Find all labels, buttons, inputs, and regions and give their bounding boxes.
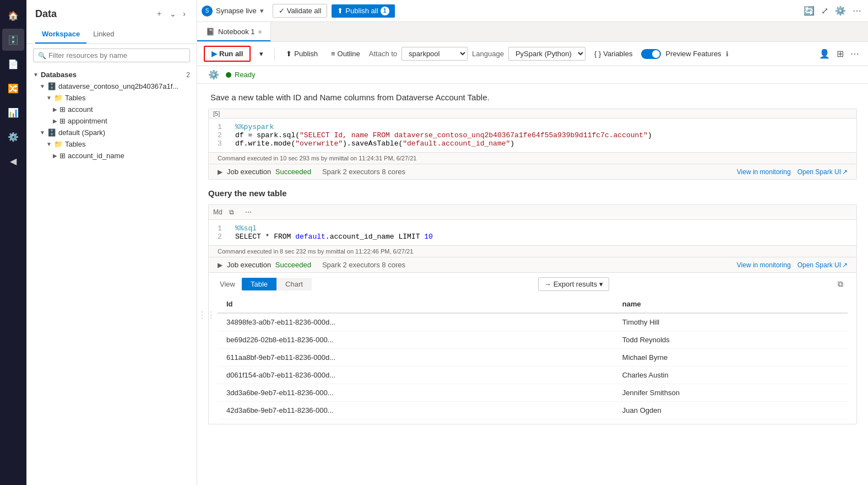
notebook-tabs: 📓 Notebook 1 [197, 22, 868, 42]
publish-button[interactable]: ⬆ Publish [281, 47, 322, 60]
chart-tab-button[interactable]: Chart [276, 278, 312, 290]
open-spark-ui-link-2[interactable]: Open Spark UI ↗ [798, 261, 848, 269]
more-options-button[interactable]: ⋯ [850, 3, 864, 18]
publish-badge: 1 [381, 7, 389, 15]
code-cell-1-header: [5] [209, 109, 856, 118]
tree-table-account[interactable]: ▶ ⊞ account [26, 104, 197, 115]
chevron-right-icon-2[interactable]: ▶ [218, 261, 223, 269]
tree-table-account-id-name[interactable]: ▶ ⊞ account_id_name [26, 150, 197, 161]
line-number: 2 [218, 131, 226, 139]
code-text: %%sql [235, 224, 257, 233]
job-execution-label-2: Job execution [227, 261, 271, 269]
info-icon: ℹ [726, 50, 729, 58]
cell2-exec-info: Command executed in 8 sec 232 ms by mmit… [209, 245, 856, 257]
status-bar: ⚙️ Ready [197, 66, 868, 84]
chevron-down-icon: ▾ [260, 7, 264, 15]
notebook-icon: 📓 [206, 28, 215, 36]
side-panel-tabs: Workspace Linked [26, 25, 197, 44]
tree-tables-default[interactable]: ▼ 📁 Tables [26, 138, 197, 150]
preview-features-toggle[interactable] [641, 49, 661, 59]
tree-db-dataverse[interactable]: ▼ 🗄️ dataverse_contoso_unq2b40367a1f... [26, 80, 197, 92]
validate-all-button[interactable]: ✓ Validate all [273, 4, 328, 18]
code-line: 2 SELECT * FROM default.account_id_name … [218, 233, 848, 241]
sidebar-data[interactable]: 🗄️ [2, 29, 24, 51]
view-monitoring-link-2[interactable]: View in monitoring [737, 261, 791, 269]
toolbar-divider [274, 47, 275, 61]
chevron-down-icon: ▼ [33, 72, 39, 78]
line-number: 2 [218, 233, 226, 241]
table-row: 611aa8bf-9eb7-eb11-8236-000d...Michael B… [218, 349, 848, 367]
sidebar-monitor[interactable]: 📊 [2, 101, 24, 123]
view-toggle: View Table Chart → Export results ▾ ⧉ [218, 277, 848, 291]
publish-all-button[interactable]: ⬆ Publish all 1 [332, 4, 394, 18]
search-box[interactable]: 🔍 [33, 48, 190, 62]
filter-resources-button[interactable]: ⌄ [167, 7, 178, 21]
tree-tables-dataverse[interactable]: ▼ 📁 Tables [26, 92, 197, 104]
notebook-more-button[interactable]: ⋯ [848, 46, 861, 61]
run-all-button[interactable]: ▶ Run all [204, 46, 251, 62]
open-spark-ui-link-1[interactable]: Open Spark UI ↗ [798, 168, 848, 176]
line-number: 1 [218, 123, 226, 131]
attach-select[interactable]: sparkpool [402, 47, 468, 61]
run-dropdown-button[interactable]: ▾ [255, 47, 268, 60]
cell1-number: [5] [213, 110, 230, 117]
tree-db-default[interactable]: ▼ 🗄️ default (Spark) [26, 127, 197, 138]
expand-button[interactable]: ⤢ [819, 3, 831, 18]
add-resource-button[interactable]: ＋ [153, 7, 165, 21]
table-copy-button[interactable]: ⧉ [836, 278, 845, 290]
sidebar-integrate[interactable]: 🔀 [2, 77, 24, 99]
cell2-job-label: Job execution Succeeded [227, 261, 311, 269]
cell1-description: Save a new table with ID and Name column… [208, 93, 857, 102]
sidebar-home[interactable]: 🏠 [2, 4, 24, 26]
language-select[interactable]: PySpark (Python) [508, 47, 585, 61]
cell-id: 34898fe3-a0b7-eb11-8236-000d... [218, 313, 614, 331]
code-line: 1 %%sql [218, 224, 848, 233]
top-bar: S Synapse live ▾ ✓ Validate all ⬆ Publis… [197, 0, 868, 22]
synapse-icon: S [202, 6, 213, 17]
sidebar-collapse[interactable]: ◀ [2, 150, 24, 172]
status-settings-button[interactable]: ⚙️ [206, 67, 221, 82]
toolbar-right: 👤 ⊞ ⋯ [817, 46, 861, 61]
view-monitoring-link-1[interactable]: View in monitoring [737, 168, 791, 176]
table-icon: ⊞ [59, 105, 66, 114]
chevron-right-icon: ▶ [53, 106, 57, 112]
databases-label: Databases [41, 71, 77, 79]
code-line: 2 df = spark.sql("SELECT Id, name FROM d… [218, 131, 848, 139]
notebook-tab-1[interactable]: 📓 Notebook 1 [197, 22, 271, 41]
cell-type-label: Md [213, 208, 223, 216]
code-cell-1-content: 1 %%pyspark 2 df = spark.sql("SELECT Id,… [209, 118, 856, 152]
drag-handle[interactable]: ⋮⋮ [198, 309, 215, 320]
db-dataverse-label: dataverse_contoso_unq2b40367a1f... [58, 82, 178, 90]
settings-button[interactable]: ⚙️ [833, 3, 848, 18]
tab-workspace[interactable]: Workspace [35, 25, 86, 44]
checkmark-icon: ✓ [279, 7, 285, 15]
upload-icon: ⬆ [337, 7, 343, 15]
search-input[interactable] [48, 51, 185, 60]
side-panel-title: Data [35, 8, 57, 20]
run-all-label: Run all [219, 50, 243, 58]
tab-linked[interactable]: Linked [86, 25, 121, 44]
cell-name: Michael Byrne [614, 349, 848, 367]
cell-more-button[interactable]: ⋯ [241, 207, 256, 217]
tree-table-appointment[interactable]: ▶ ⊞ appointment [26, 115, 197, 127]
side-panel-header: Data ＋ ⌄ › [26, 0, 197, 25]
refresh-button[interactable]: 🔄 [801, 3, 817, 18]
job-execution-label: Job execution [227, 168, 271, 176]
open-spark-ui-label-2: Open Spark UI [798, 261, 841, 269]
notebook-profile-button[interactable]: 👤 [817, 46, 832, 61]
preview-label: Preview Features [665, 50, 721, 58]
variables-button[interactable]: { } Variables [590, 47, 637, 60]
table-tab-button[interactable]: Table [242, 278, 276, 290]
cell-copy-button[interactable]: ⧉ [225, 207, 238, 217]
outline-button[interactable]: ≡ Outline [327, 47, 365, 60]
code-cell-1: [5] 1 %%pyspark 2 df = spark.sql("SELECT… [208, 109, 857, 180]
notebook-view-button[interactable]: ⊞ [834, 46, 846, 61]
collapse-panel-button[interactable]: › [181, 7, 188, 21]
status-ready: Ready [226, 71, 256, 79]
code-cell-2-content: 1 %%sql 2 SELECT * FROM default.account_… [209, 220, 856, 245]
sidebar-develop[interactable]: 📄 [2, 53, 24, 75]
databases-section[interactable]: ▼ Databases 2 [26, 69, 197, 80]
sidebar-manage[interactable]: ⚙️ [2, 126, 24, 148]
export-results-button[interactable]: → Export results ▾ [538, 277, 609, 291]
chevron-right-icon[interactable]: ▶ [218, 168, 223, 176]
